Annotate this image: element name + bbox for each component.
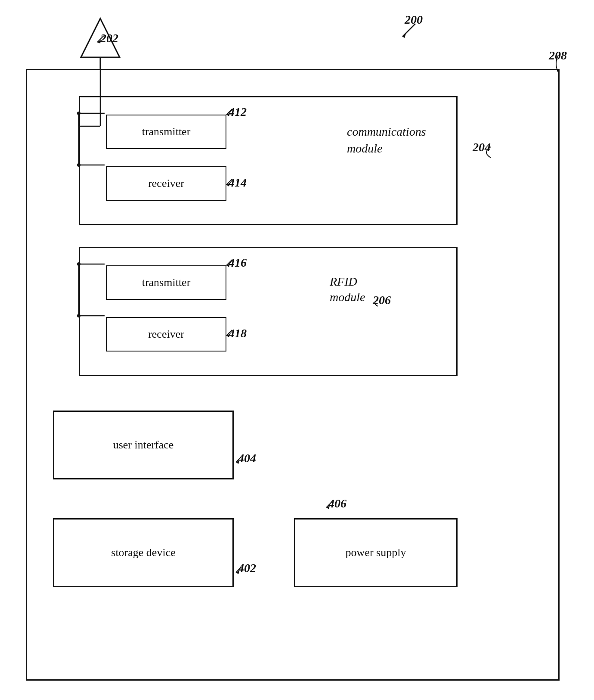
rfid-module-label: RFIDmodule — [330, 274, 365, 305]
user-interface-label: user interface — [113, 439, 174, 451]
receiver-414-label: receiver — [148, 177, 184, 190]
receiver-418-label: receiver — [148, 328, 184, 341]
transmitter-416-label: transmitter — [142, 276, 191, 289]
receiver-418-box: receiver — [106, 317, 226, 352]
receiver-414-box: receiver — [106, 166, 226, 201]
main-box-208: 202 208 transmitter 412 receive — [26, 69, 560, 681]
transmitter-412-box: transmitter — [106, 115, 226, 149]
power-supply-box: power supply — [294, 518, 458, 587]
transmitter-412-label: transmitter — [142, 125, 191, 138]
storage-device-box: storage device — [53, 518, 234, 587]
diagram-container: 200 202 208 — [0, 0, 594, 700]
power-supply-label: power supply — [346, 546, 406, 559]
storage-device-label: storage device — [111, 546, 175, 559]
user-interface-box: user interface — [53, 411, 234, 479]
transmitter-416-box: transmitter — [106, 265, 226, 300]
comm-module-box: transmitter 412 receiver 414 communicati… — [79, 96, 458, 225]
rfid-module-box: transmitter 416 receiver 418 RFIDmodule … — [79, 247, 458, 376]
comm-module-label: communicationsmodule — [347, 123, 426, 157]
svg-line-0 — [402, 24, 415, 37]
